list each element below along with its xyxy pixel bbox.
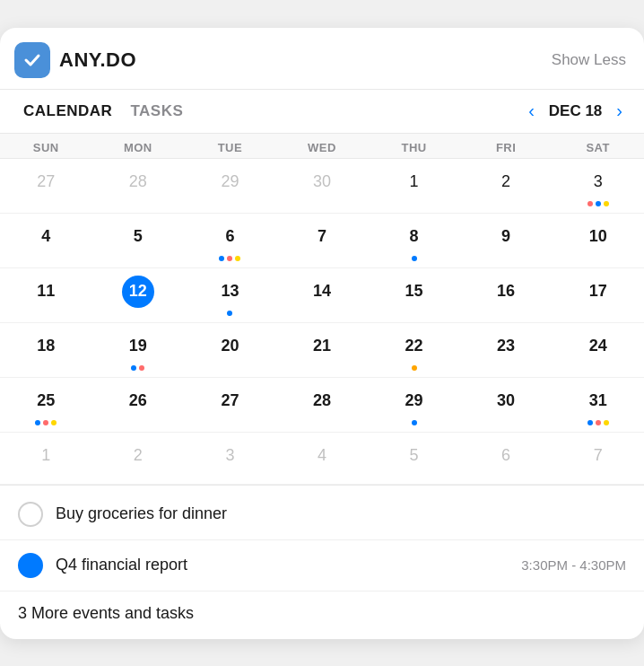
app-title: ANY.DO <box>59 48 136 72</box>
day-cell[interactable]: 4 <box>0 214 92 268</box>
day-cell[interactable]: 7 <box>276 214 369 268</box>
day-cell[interactable]: 21 <box>276 323 369 378</box>
day-cell[interactable]: 6 <box>460 433 553 485</box>
task-item-1[interactable]: Buy groceries for dinner <box>0 489 644 540</box>
event-dot <box>587 201 593 206</box>
event-dot <box>587 420 593 425</box>
day-cell[interactable]: 23 <box>460 323 553 378</box>
day-number: 5 <box>398 440 431 472</box>
day-number: 24 <box>582 330 614 363</box>
day-number: 1 <box>30 440 62 472</box>
show-less-button[interactable]: Show Less <box>552 51 626 69</box>
day-cell[interactable]: 29 <box>368 378 460 433</box>
day-header-tue: TUE <box>184 141 276 154</box>
day-cell[interactable]: 9 <box>460 214 553 268</box>
next-month-button[interactable]: › <box>609 97 630 125</box>
day-number: 31 <box>582 385 614 417</box>
tab-row: CALENDAR TASKS ‹ DEC 18 › <box>0 90 644 134</box>
day-cell[interactable]: 30 <box>460 378 553 433</box>
task-time-2: 3:30PM - 4:30PM <box>521 557 626 573</box>
tab-tasks[interactable]: TASKS <box>121 90 192 133</box>
day-number: 22 <box>398 330 431 363</box>
main-card: ANY.DO Show Less CALENDAR TASKS ‹ DEC 18… <box>0 28 644 639</box>
tab-calendar[interactable]: CALENDAR <box>14 90 121 133</box>
day-cell[interactable]: 24 <box>552 323 644 378</box>
day-cell[interactable]: 11 <box>0 268 92 323</box>
day-cell[interactable]: 5 <box>92 214 185 268</box>
day-cell[interactable]: 16 <box>460 268 553 323</box>
day-cell[interactable]: 17 <box>552 268 644 323</box>
event-dot <box>604 420 609 425</box>
day-cell[interactable]: 25 <box>0 378 92 433</box>
day-number: 30 <box>306 166 338 198</box>
day-cell[interactable]: 2 <box>460 159 553 214</box>
day-cell[interactable]: 6 <box>184 214 276 268</box>
day-number: 27 <box>30 166 62 198</box>
day-cell[interactable]: 28 <box>92 159 185 214</box>
day-headers: SUNMONTUEWEDTHUFRISAT <box>0 134 644 159</box>
task-text-1: Buy groceries for dinner <box>56 504 626 523</box>
task-text-2: Q4 financial report <box>56 556 509 574</box>
day-cell[interactable]: 27 <box>184 378 276 433</box>
day-cell[interactable]: 15 <box>368 268 460 323</box>
day-number: 12 <box>122 276 154 308</box>
day-number: 15 <box>398 276 431 308</box>
day-cell[interactable]: 18 <box>0 323 92 378</box>
task-circle-1[interactable] <box>18 502 43 527</box>
day-cell[interactable]: 19 <box>92 323 185 378</box>
day-number: 7 <box>306 221 338 253</box>
day-number: 17 <box>582 276 614 308</box>
task-item-2[interactable]: Q4 financial report 3:30PM - 4:30PM <box>0 540 644 592</box>
event-dot <box>412 365 417 371</box>
day-cell[interactable]: 5 <box>368 433 460 485</box>
day-cell[interactable]: 4 <box>276 433 369 485</box>
day-cell[interactable]: 26 <box>92 378 185 433</box>
day-number: 20 <box>213 330 246 363</box>
day-cell[interactable]: 3 <box>552 159 644 214</box>
day-cell[interactable]: 29 <box>184 159 276 214</box>
event-dots <box>412 419 417 426</box>
day-cell[interactable]: 31 <box>552 378 644 433</box>
day-cell[interactable]: 7 <box>552 433 644 485</box>
header: ANY.DO Show Less <box>0 28 644 90</box>
day-number: 30 <box>490 385 522 417</box>
event-dot <box>51 420 57 425</box>
task-circle-2[interactable] <box>18 553 43 578</box>
event-dot <box>227 311 232 316</box>
day-cell[interactable]: 10 <box>552 214 644 268</box>
day-number: 13 <box>213 276 246 308</box>
event-dot <box>596 201 601 206</box>
day-number: 14 <box>306 276 338 308</box>
day-cell[interactable]: 12 <box>92 268 185 323</box>
day-header-sat: SAT <box>552 141 644 154</box>
day-cell[interactable]: 28 <box>276 378 369 433</box>
day-cell[interactable]: 3 <box>184 433 276 485</box>
day-header-mon: MON <box>92 141 185 154</box>
day-cell[interactable]: 14 <box>276 268 369 323</box>
day-cell[interactable]: 13 <box>184 268 276 323</box>
day-cell[interactable]: 1 <box>368 159 460 214</box>
day-header-sun: SUN <box>0 141 92 154</box>
event-dots <box>219 255 240 262</box>
day-number: 19 <box>122 330 154 363</box>
event-dot <box>35 420 40 425</box>
event-dot <box>227 256 232 261</box>
day-cell[interactable]: 27 <box>0 159 92 214</box>
day-number: 11 <box>30 276 62 308</box>
day-number: 21 <box>306 330 338 363</box>
event-dots <box>412 364 417 372</box>
event-dot <box>219 256 224 261</box>
event-dot <box>604 201 609 206</box>
day-cell[interactable]: 22 <box>368 323 460 378</box>
day-cell[interactable]: 1 <box>0 433 92 485</box>
day-cell[interactable]: 2 <box>92 433 185 485</box>
day-cell[interactable]: 30 <box>276 159 369 214</box>
more-events[interactable]: 3 More events and tasks <box>0 592 644 635</box>
day-number: 2 <box>490 166 522 198</box>
day-number: 23 <box>490 330 522 363</box>
day-cell[interactable]: 20 <box>184 323 276 378</box>
prev-month-button[interactable]: ‹ <box>521 97 542 125</box>
day-cell[interactable]: 8 <box>368 214 460 268</box>
day-header-thu: THU <box>368 141 460 154</box>
day-number: 8 <box>398 221 431 253</box>
